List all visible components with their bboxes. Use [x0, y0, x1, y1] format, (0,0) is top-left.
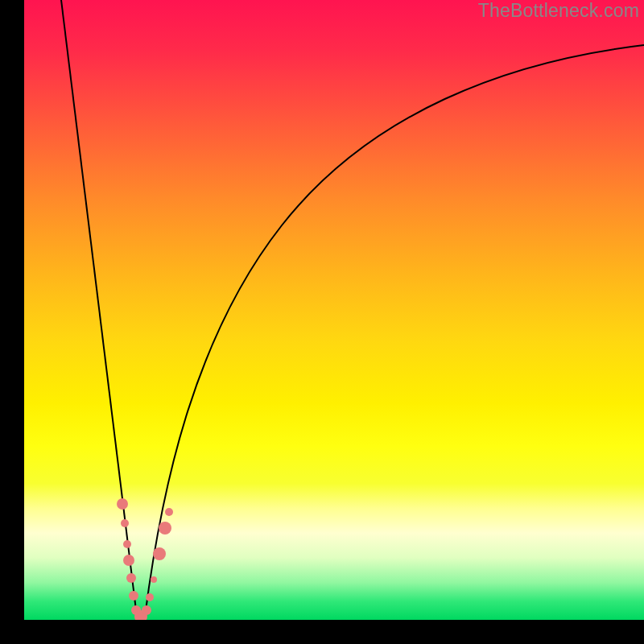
- marker-dot: [151, 576, 157, 583]
- marker-dot: [123, 555, 134, 566]
- chart-svg: [24, 0, 644, 620]
- marker-dot: [159, 522, 171, 535]
- chart-frame: TheBottleneck.com: [0, 0, 644, 644]
- curve-group: [61, 0, 644, 617]
- marker-dot: [129, 591, 138, 601]
- marker-dot: [126, 573, 136, 583]
- marker-dot: [142, 605, 151, 615]
- marker-dot: [121, 519, 129, 527]
- right-branch-curve: [145, 45, 644, 617]
- marker-dot: [146, 593, 154, 601]
- plot-area: TheBottleneck.com: [24, 0, 644, 620]
- marker-dot: [153, 547, 166, 560]
- marker-dot: [117, 498, 128, 510]
- marker-dot: [123, 540, 131, 548]
- marker-dot: [165, 508, 173, 516]
